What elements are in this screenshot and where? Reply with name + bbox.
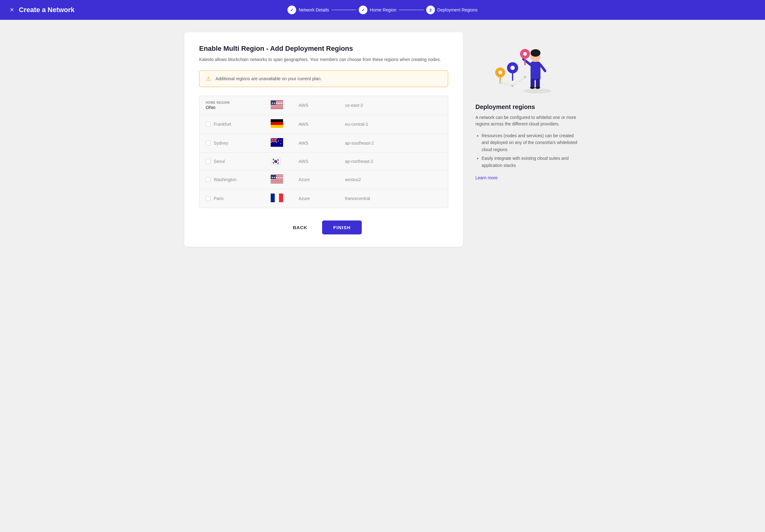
step-2-circle: ✓ [359, 6, 367, 14]
svg-rect-38 [530, 62, 540, 80]
seoul-flag: 🇰🇷 [271, 157, 296, 166]
seoul-code: ap-northeast-2 [345, 159, 442, 164]
step-2-label: Home Region [370, 7, 396, 12]
svg-point-45 [530, 86, 535, 89]
frankfurt-provider: AWS [299, 122, 342, 127]
svg-point-54 [511, 85, 514, 87]
right-panel-title: Deployment regions [475, 103, 581, 111]
right-list-item: Easily integrate with existing cloud sui… [481, 155, 581, 169]
step-3-circle: 3 [426, 6, 435, 14]
svg-line-42 [540, 65, 545, 71]
svg-rect-4 [271, 105, 283, 106]
svg-rect-35 [275, 194, 279, 202]
right-panel-description: A network can be configured to whitelist… [475, 114, 581, 127]
frankfurt-label[interactable]: Frankfurt [206, 122, 268, 127]
step-network-details: ✓ Network Details [288, 6, 329, 14]
paris-code: francecentral [345, 196, 442, 201]
svg-point-37 [523, 89, 551, 94]
home-region-provider: AWS [299, 103, 342, 108]
home-region-name: Ohio [206, 105, 268, 110]
sydney-checkbox[interactable] [206, 141, 211, 146]
learn-more-link[interactable]: Learn more [475, 175, 498, 180]
home-region-info: HOME REGION Ohio [206, 101, 268, 110]
right-panel: Deployment regions A network can be conf… [475, 32, 581, 247]
step-line-2 [399, 10, 424, 10]
svg-rect-34 [271, 194, 275, 202]
sydney-flag: ✦ ✦ ✦ [271, 138, 296, 148]
sydney-label[interactable]: Sydney [206, 141, 268, 146]
seoul-provider: AWS [299, 159, 342, 164]
paris-label[interactable]: Paris [206, 196, 268, 201]
left-panel: Enable Multi Region - Add Deployment Reg… [184, 32, 463, 247]
button-row: BACK FINISH [199, 221, 448, 235]
svg-rect-43 [530, 79, 534, 87]
step-line-1 [332, 10, 356, 10]
table-row: Washington ★★★★★★ Azure [200, 170, 448, 189]
svg-point-40 [530, 49, 540, 57]
close-icon[interactable]: × [10, 7, 14, 13]
region-table: HOME REGION Ohio ★★★★★★ [199, 96, 448, 208]
svg-point-53 [499, 81, 501, 84]
page-title: Create a Network [19, 6, 75, 14]
svg-rect-29 [271, 179, 283, 180]
warning-text: Additional regions are unavailable on yo… [216, 76, 322, 81]
table-row: Frankfurt AWS eu-central-1 [200, 115, 448, 134]
svg-point-46 [535, 86, 540, 89]
svg-point-48 [523, 52, 527, 56]
header-left: × Create a Network [10, 6, 75, 14]
flag-us2-svg: ★★★★★★ [271, 175, 283, 183]
illustration [475, 35, 581, 97]
flag-us-svg: ★★★★★★ [271, 100, 283, 109]
main-content: Enable Multi Region - Add Deployment Reg… [166, 20, 599, 259]
flag-au-svg: ✦ ✦ ✦ [271, 138, 283, 147]
paris-flag [271, 194, 296, 204]
paris-provider: Azure [299, 196, 342, 201]
svg-rect-36 [279, 194, 283, 202]
seoul-checkbox[interactable] [206, 159, 211, 164]
stepper: ✓ Network Details ✓ Home Region 3 Deploy… [288, 6, 477, 14]
flag-de-svg [271, 119, 283, 128]
svg-rect-31 [271, 182, 283, 183]
svg-text:✦: ✦ [281, 140, 282, 142]
step-3-label: Deployment Regions [437, 7, 477, 12]
seoul-name: Seoul [214, 159, 225, 164]
step-1-circle: ✓ [288, 6, 296, 14]
home-region-flag: ★★★★★★ [271, 100, 296, 110]
deployment-illustration [494, 37, 562, 96]
svg-text:✦: ✦ [278, 140, 279, 142]
washington-flag: ★★★★★★ [271, 175, 296, 185]
svg-point-52 [498, 71, 502, 74]
svg-rect-11 [271, 125, 283, 128]
washington-checkbox[interactable] [206, 177, 211, 182]
warning-box: ⚠ Additional regions are unavailable on … [199, 70, 448, 87]
sydney-provider: AWS [299, 141, 342, 146]
paris-checkbox[interactable] [206, 196, 211, 201]
frankfurt-checkbox[interactable] [206, 122, 211, 127]
svg-rect-5 [271, 106, 283, 107]
washington-code: westus2 [345, 177, 442, 182]
svg-rect-30 [271, 181, 283, 181]
svg-point-50 [510, 66, 515, 70]
seoul-label[interactable]: Seoul [206, 159, 268, 164]
washington-label[interactable]: Washington [206, 177, 268, 182]
svg-rect-44 [536, 79, 540, 87]
right-list-item: Resources (nodes and services) can be cr… [481, 132, 581, 153]
panel-title: Enable Multi Region - Add Deployment Reg… [199, 45, 448, 53]
home-region-label: HOME REGION [206, 101, 268, 105]
svg-text:★★★★★★: ★★★★★★ [271, 102, 283, 105]
sydney-name: Sydney [214, 141, 228, 146]
step-1-label: Network Details [299, 7, 329, 12]
home-region-row: HOME REGION Ohio ★★★★★★ [200, 96, 448, 115]
frankfurt-name: Frankfurt [214, 122, 231, 127]
table-row: Paris Azure francecentral [200, 189, 448, 208]
frankfurt-code: eu-central-1 [345, 122, 442, 127]
sydney-code: ap-southeast-2 [345, 141, 442, 146]
table-row: Seoul 🇰🇷 AWS ap-northeast-2 [200, 153, 448, 170]
svg-text:★★★★★★: ★★★★★★ [271, 176, 283, 179]
finish-button[interactable]: FINISH [322, 221, 362, 235]
header: × Create a Network ✓ Network Details ✓ H… [0, 0, 765, 20]
warning-icon: ⚠ [206, 75, 211, 82]
back-button[interactable]: BACK [286, 221, 315, 234]
table-row: Sydney [200, 134, 448, 153]
washington-name: Washington [214, 177, 236, 182]
